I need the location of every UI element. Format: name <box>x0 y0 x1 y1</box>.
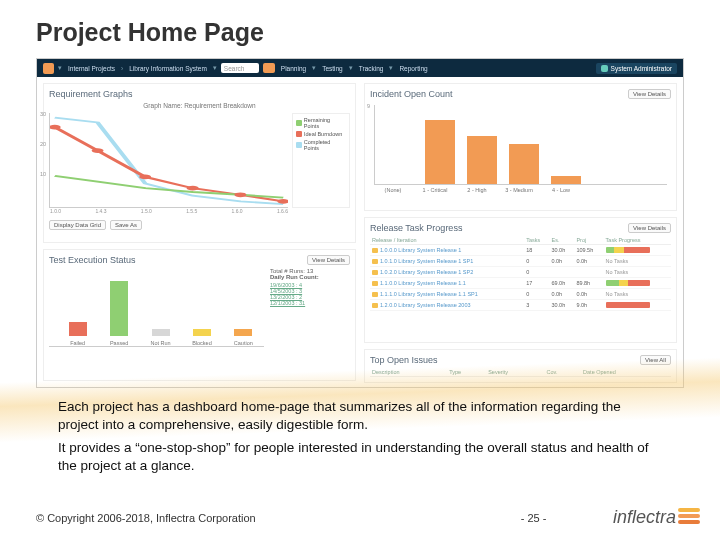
view-all-button[interactable]: View All <box>640 355 671 365</box>
top-issues-table: Description Type Severity Cov. Date Open… <box>370 368 671 377</box>
app-screenshot: ▾ Internal Projects › Library Informatio… <box>36 58 684 388</box>
panel-release-task-progress: Release Task Progress View Details Relea… <box>364 217 677 343</box>
svg-point-1 <box>92 148 104 153</box>
svg-point-2 <box>139 175 151 180</box>
folder-icon <box>372 248 378 253</box>
incident-bar <box>509 144 539 184</box>
daily-run-head: Daily Run Count: <box>270 274 350 280</box>
search-button[interactable] <box>263 63 275 73</box>
chart-legend: Remaining Points Ideal Burndown Complete… <box>292 113 350 208</box>
panel-title: Release Task Progress <box>370 223 462 233</box>
inflectra-logo: inflectra <box>613 506 700 528</box>
daily-run-list: 19/6/2003 : 414/5/2003 : 313/2/2003 : 21… <box>270 282 350 306</box>
nav-reporting[interactable]: Reporting <box>399 65 427 72</box>
incident-bar <box>551 176 581 184</box>
panel-title: Top Open Issues <box>370 355 438 365</box>
topbar: ▾ Internal Projects › Library Informatio… <box>37 59 683 77</box>
search-input[interactable]: Search <box>221 63 259 73</box>
incident-bar <box>467 136 497 184</box>
user-menu[interactable]: System Administrator <box>596 63 677 74</box>
slide-body: Each project has a dashboard home-page t… <box>58 398 662 480</box>
test-bar: Failed <box>61 322 94 346</box>
panel-top-open-issues: Top Open Issues View All Description Typ… <box>364 349 677 383</box>
avatar-icon <box>601 65 608 72</box>
folder-icon <box>372 270 378 275</box>
user-name: System Administrator <box>611 65 672 72</box>
test-bar: Blocked <box>185 329 218 346</box>
chevron-down-icon[interactable]: ▾ <box>213 64 217 72</box>
page-number: - 25 - <box>521 512 547 524</box>
folder-icon <box>372 292 378 297</box>
graph-name-label: Graph Name: Requirement Breakdown <box>49 102 350 109</box>
body-paragraph-1: Each project has a dashboard home-page t… <box>58 398 662 433</box>
panel-requirement-graphs: Requirement Graphs Graph Name: Requireme… <box>43 83 356 243</box>
folder-icon <box>372 259 378 264</box>
project-selector[interactable]: Library Information System <box>129 65 207 72</box>
test-bar: Caution <box>227 329 260 346</box>
svg-point-4 <box>234 192 246 197</box>
test-exec-chart: FailedPassedNot RunBlockedCaution <box>49 282 264 347</box>
folder-icon <box>372 281 378 286</box>
app-logo-icon[interactable] <box>43 63 54 74</box>
nav-tracking[interactable]: Tracking <box>359 65 384 72</box>
view-details-button[interactable]: View Details <box>628 89 671 99</box>
nav-planning[interactable]: Planning <box>281 65 306 72</box>
view-details-button[interactable]: View Details <box>307 255 350 265</box>
incident-bar <box>425 120 455 184</box>
panel-incident-count: Incident Open Count View Details 9 (None… <box>364 83 677 211</box>
nav-testing[interactable]: Testing <box>322 65 343 72</box>
test-bar: Passed <box>102 281 135 346</box>
table-row[interactable]: 1.2.0.0 Library System Release 2003330.0… <box>370 300 671 311</box>
chevron-right-icon: › <box>121 65 123 72</box>
table-row[interactable]: 1.0.1.0 Library System Release 1 SP100.0… <box>370 256 671 267</box>
panel-test-execution: Test Execution Status View Details Faile… <box>43 249 356 381</box>
view-details-button[interactable]: View Details <box>628 223 671 233</box>
table-row[interactable]: 1.1.0.0 Library System Release 1.11769.0… <box>370 278 671 289</box>
panel-title: Test Execution Status <box>49 255 136 265</box>
svg-point-3 <box>187 186 199 191</box>
release-task-table: Release / Iteration Tasks Es. Proj Task … <box>370 236 671 311</box>
copyright-text: © Copyright 2006-2018, Inflectra Corpora… <box>36 512 256 524</box>
test-bar: Not Run <box>144 329 177 346</box>
panel-title: Incident Open Count <box>370 89 453 99</box>
save-as-button[interactable]: Save As <box>110 220 142 230</box>
table-row[interactable]: 1.1.1.0 Library System Release 1.1 SP100… <box>370 289 671 300</box>
display-data-grid-button[interactable]: Display Data Grid <box>49 220 106 230</box>
table-row[interactable]: 1.0.0.0 Library System Release 11830.0h1… <box>370 245 671 256</box>
logo-text: inflectra <box>613 507 676 528</box>
requirement-chart: 30 20 10 1.0.0 1.4.3 <box>49 113 350 208</box>
table-row[interactable]: 1.0.2.0 Library System Release 1 SP20No … <box>370 267 671 278</box>
slide-footer: © Copyright 2006-2018, Inflectra Corpora… <box>36 512 684 524</box>
panel-title: Requirement Graphs <box>49 89 133 99</box>
workspace-selector[interactable]: Internal Projects <box>68 65 115 72</box>
body-paragraph-2: It provides a “one-stop-shop” for people… <box>58 439 662 474</box>
incident-chart: 9 <box>374 105 667 185</box>
slide-title: Project Home Page <box>0 0 720 47</box>
logo-mark-icon <box>678 506 700 528</box>
folder-icon <box>372 303 378 308</box>
chevron-down-icon[interactable]: ▾ <box>58 64 62 72</box>
